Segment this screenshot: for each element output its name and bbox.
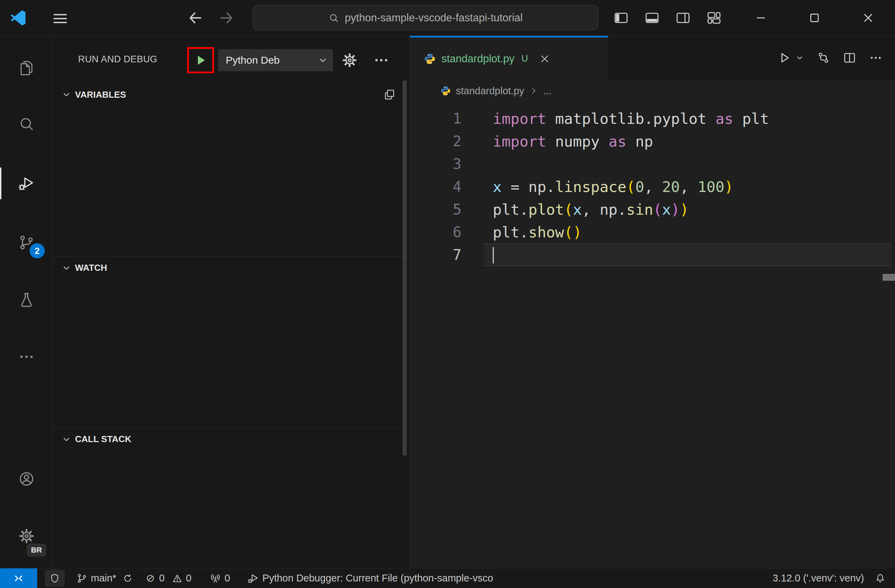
open-changes-icon[interactable] xyxy=(816,51,830,65)
activity-source-control[interactable]: 2 xyxy=(0,227,53,258)
copy-icon[interactable] xyxy=(383,88,396,101)
command-center-search[interactable]: python-sample-vscode-fastapi-tutorial xyxy=(253,5,598,30)
section-variables[interactable]: VARIABLES xyxy=(53,83,410,106)
tab-close-icon[interactable] xyxy=(539,53,551,65)
minimize-button[interactable] xyxy=(734,0,788,36)
panel-more-actions-icon[interactable] xyxy=(373,52,390,68)
activity-run-and-debug[interactable] xyxy=(0,168,53,199)
line-number: 7 xyxy=(410,244,461,266)
chevron-down-icon xyxy=(61,263,71,273)
code-line[interactable]: x = np.linspace(0, 20, 100) xyxy=(484,176,891,198)
activity-accounts[interactable] xyxy=(0,463,53,495)
section-call-stack[interactable]: CALL STACK xyxy=(53,428,410,450)
line-number: 5 xyxy=(410,198,461,221)
error-count: 0 xyxy=(159,573,164,584)
breadcrumb-file[interactable]: standardplot.py xyxy=(456,85,524,97)
remote-indicator[interactable] xyxy=(0,568,37,588)
status-bar: main* 0 0 0 Python Debugger: Current Fil… xyxy=(0,568,895,588)
back-arrow-icon[interactable] xyxy=(186,9,204,27)
activity-search[interactable] xyxy=(0,108,53,140)
search-icon xyxy=(18,115,35,132)
profile-badge: BR xyxy=(26,543,47,558)
warning-icon xyxy=(172,573,182,583)
tab-bar: standardplot.py U xyxy=(410,36,895,80)
warning-count: 0 xyxy=(186,573,191,584)
run-and-debug-icon xyxy=(18,175,35,192)
start-debugging-button[interactable] xyxy=(190,50,211,71)
code-line[interactable] xyxy=(484,153,891,176)
activity-testing[interactable] xyxy=(0,284,53,315)
problems-status[interactable]: 0 0 xyxy=(139,568,197,588)
tab-label: standardplot.py xyxy=(441,53,514,65)
branch-name: main* xyxy=(91,573,116,584)
maximize-button[interactable] xyxy=(788,0,841,36)
run-python-file-icon[interactable] xyxy=(777,51,791,65)
gear-icon xyxy=(18,527,35,545)
code-area[interactable]: 1234567 import matplotlib.pyplot as plti… xyxy=(410,102,895,568)
debugger-status[interactable]: Python Debugger: Current File (python-sa… xyxy=(241,568,500,588)
toggle-sidebar-icon[interactable] xyxy=(613,10,629,26)
line-number: 4 xyxy=(410,176,461,198)
debug-config-dropdown[interactable]: Python Deb xyxy=(218,49,333,71)
status-right: 3.12.0 ('.venv': venv) xyxy=(772,573,895,584)
files-icon xyxy=(18,59,35,77)
activity-more[interactable] xyxy=(0,341,53,373)
python-file-icon xyxy=(440,85,451,96)
error-icon xyxy=(145,573,156,583)
workspace-trust-button[interactable] xyxy=(45,570,65,587)
run-and-debug-panel: RUN AND DEBUG Python Deb VARIABLES WATCH… xyxy=(53,36,410,568)
code-line[interactable]: plt.plot(x, np.sin(x)) xyxy=(484,198,891,221)
overview-ruler-mark xyxy=(883,274,895,281)
forward-arrow-icon[interactable] xyxy=(218,9,236,27)
toggle-panel-icon[interactable] xyxy=(644,10,660,26)
menu-icon[interactable] xyxy=(52,10,69,26)
split-editor-icon[interactable] xyxy=(843,51,857,65)
close-button[interactable] xyxy=(841,0,895,36)
breadcrumb[interactable]: standardplot.py ... xyxy=(410,80,895,102)
activity-explorer[interactable] xyxy=(0,52,53,84)
ports-count: 0 xyxy=(225,573,230,584)
chevron-down-icon xyxy=(61,434,71,444)
ports-status[interactable]: 0 xyxy=(204,568,236,588)
code-line[interactable]: plt.show() xyxy=(484,221,891,244)
debug-status-icon xyxy=(247,573,259,584)
customize-layout-icon[interactable] xyxy=(706,10,722,26)
bell-icon[interactable] xyxy=(874,573,886,584)
ellipsis-icon xyxy=(18,348,35,365)
editor-group: standardplot.py U standardplot.py ... 12… xyxy=(410,36,895,568)
account-icon xyxy=(18,470,35,488)
code-lines: import matplotlib.pyplot as pltimport nu… xyxy=(484,108,891,266)
annotation-highlight xyxy=(187,47,214,73)
code-line[interactable]: import numpy as np xyxy=(484,130,891,153)
gutter: 1234567 xyxy=(410,108,461,266)
debug-config-label: Python Deb xyxy=(226,55,317,66)
python-file-icon xyxy=(423,53,436,65)
line-number: 3 xyxy=(410,153,461,176)
debug-settings-gear-icon[interactable] xyxy=(341,52,358,68)
branch-status[interactable]: main* xyxy=(70,568,139,588)
breadcrumb-symbol-picker[interactable]: ... xyxy=(543,85,552,97)
section-watch[interactable]: WATCH xyxy=(53,256,410,279)
chevron-down-icon xyxy=(61,89,71,100)
git-branch-icon xyxy=(76,573,87,584)
tab-git-status: U xyxy=(521,53,528,64)
section-label: WATCH xyxy=(75,262,107,273)
python-interpreter[interactable]: 3.12.0 ('.venv': venv) xyxy=(772,573,864,584)
code-line[interactable]: import matplotlib.pyplot as plt xyxy=(484,108,891,130)
window-controls xyxy=(734,0,895,36)
command-center-value: python-sample-vscode-fastapi-tutorial xyxy=(345,12,523,24)
editor-more-actions-icon[interactable] xyxy=(869,51,883,65)
toggle-secondary-sidebar-icon[interactable] xyxy=(675,10,691,26)
section-label: CALL STACK xyxy=(75,434,132,444)
line-number: 2 xyxy=(410,130,461,153)
code-line[interactable] xyxy=(484,244,891,266)
run-dropdown-chevron-icon[interactable] xyxy=(795,53,804,62)
title-bar: python-sample-vscode-fastapi-tutorial xyxy=(0,0,895,36)
chevron-down-icon xyxy=(317,55,328,66)
tab-standardplot[interactable]: standardplot.py U xyxy=(410,36,608,80)
chevron-right-icon xyxy=(529,86,539,95)
section-label: VARIABLES xyxy=(75,89,126,100)
layout-controls xyxy=(613,0,722,36)
activity-settings[interactable]: BR xyxy=(0,520,53,552)
sidebar-scrollbar[interactable] xyxy=(403,80,407,456)
